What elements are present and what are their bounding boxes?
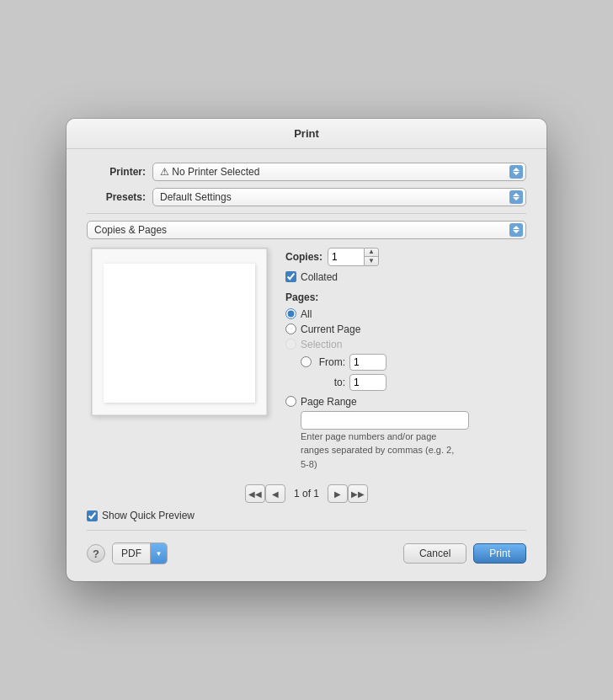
presets-select[interactable]: Default Settings — [152, 188, 526, 206]
printer-label: Printer: — [87, 166, 146, 178]
printer-select[interactable]: ⚠ No Printer Selected — [152, 163, 526, 181]
pdf-button[interactable]: PDF — [113, 545, 150, 562]
page-range-radio[interactable] — [285, 396, 296, 407]
navigation-row: ◀◀ ◀ 1 of 1 ▶ ▶▶ — [87, 484, 526, 503]
pages-from-row: From: — [285, 354, 526, 371]
help-button[interactable]: ? — [87, 544, 105, 563]
quick-preview-row: Show Quick Preview — [87, 510, 526, 521]
pages-to-input[interactable] — [349, 374, 386, 391]
pages-from-radio[interactable] — [301, 356, 312, 367]
quick-preview-checkbox[interactable] — [87, 510, 98, 521]
pages-selection-radio — [285, 339, 296, 350]
pages-current-radio[interactable] — [285, 323, 296, 334]
separator-1 — [87, 213, 526, 214]
pages-all-row: All — [285, 308, 526, 320]
page-range-input[interactable] — [301, 411, 469, 430]
preview-white-page — [104, 264, 255, 403]
copies-row: Copies: ▲ ▼ — [285, 248, 526, 266]
footer-row: ? PDF Cancel Print — [87, 537, 526, 568]
main-area: Copies: ▲ ▼ Collated Pages: — [87, 248, 526, 478]
copies-stepper: ▲ ▼ — [365, 248, 379, 266]
help-icon: ? — [93, 548, 99, 560]
pages-to-label: to: — [316, 377, 345, 388]
copies-input-wrap: ▲ ▼ — [328, 248, 379, 266]
pages-from-input[interactable] — [349, 354, 386, 371]
printer-row: Printer: ⚠ No Printer Selected — [87, 163, 526, 181]
collated-checkbox[interactable] — [285, 271, 296, 282]
nav-last-button[interactable]: ▶▶ — [348, 484, 368, 503]
print-dialog: Print Printer: ⚠ No Printer Selected Pre… — [67, 119, 546, 582]
pages-all-label: All — [301, 308, 312, 320]
page-range-hint: Enter page numbers and/or page ranges se… — [285, 430, 462, 472]
print-button[interactable]: Print — [473, 543, 526, 564]
pages-to-row: to: — [285, 374, 526, 391]
copies-decrement-button[interactable]: ▼ — [365, 257, 378, 265]
nav-controls: ◀◀ ◀ 1 of 1 ▶ ▶▶ — [87, 484, 526, 503]
nav-next-button[interactable]: ▶ — [328, 484, 348, 503]
footer-right: Cancel Print — [403, 543, 526, 564]
title-bar: Print — [67, 119, 546, 149]
pages-section-label: Pages: — [285, 291, 526, 303]
pages-from-label: From: — [316, 356, 345, 368]
pages-current-label: Current Page — [301, 323, 360, 335]
copies-input[interactable] — [328, 248, 365, 266]
pdf-dropdown-button[interactable] — [150, 543, 167, 564]
presets-label: Presets: — [87, 191, 146, 203]
options-area: Copies: ▲ ▼ Collated Pages: — [285, 248, 526, 472]
dialog-content: Printer: ⚠ No Printer Selected Presets: … — [67, 149, 546, 582]
collated-row: Collated — [285, 271, 526, 283]
pages-current-row: Current Page — [285, 323, 526, 335]
section-selector-row: Copies & Pages Layout Color Matching — [87, 221, 526, 239]
section-select-container: Copies & Pages Layout Color Matching — [87, 221, 526, 239]
copies-label: Copies: — [285, 251, 322, 263]
presets-select-container: Default Settings — [152, 188, 526, 206]
preview-box — [91, 248, 268, 416]
page-range-row: Page Range — [285, 396, 526, 408]
pdf-button-wrap: PDF — [112, 542, 168, 564]
copies-increment-button[interactable]: ▲ — [365, 248, 378, 257]
pages-selection-label: Selection — [301, 339, 342, 350]
pages-all-radio[interactable] — [285, 308, 296, 319]
section-select[interactable]: Copies & Pages Layout Color Matching — [87, 221, 526, 239]
quick-preview-label: Show Quick Preview — [102, 510, 195, 521]
printer-select-container: ⚠ No Printer Selected — [152, 163, 526, 181]
footer-left: ? PDF — [87, 542, 168, 564]
bottom-separator — [87, 530, 526, 531]
page-indicator: 1 of 1 — [285, 488, 328, 500]
collated-label: Collated — [301, 271, 338, 283]
cancel-button[interactable]: Cancel — [403, 543, 466, 564]
nav-prev-button[interactable]: ◀ — [265, 484, 285, 503]
dialog-title: Print — [294, 127, 319, 140]
page-range-label: Page Range — [301, 396, 357, 408]
pages-selection-row: Selection — [285, 339, 526, 350]
nav-first-button[interactable]: ◀◀ — [245, 484, 265, 503]
preview-area — [87, 248, 272, 472]
presets-row: Presets: Default Settings — [87, 188, 526, 206]
